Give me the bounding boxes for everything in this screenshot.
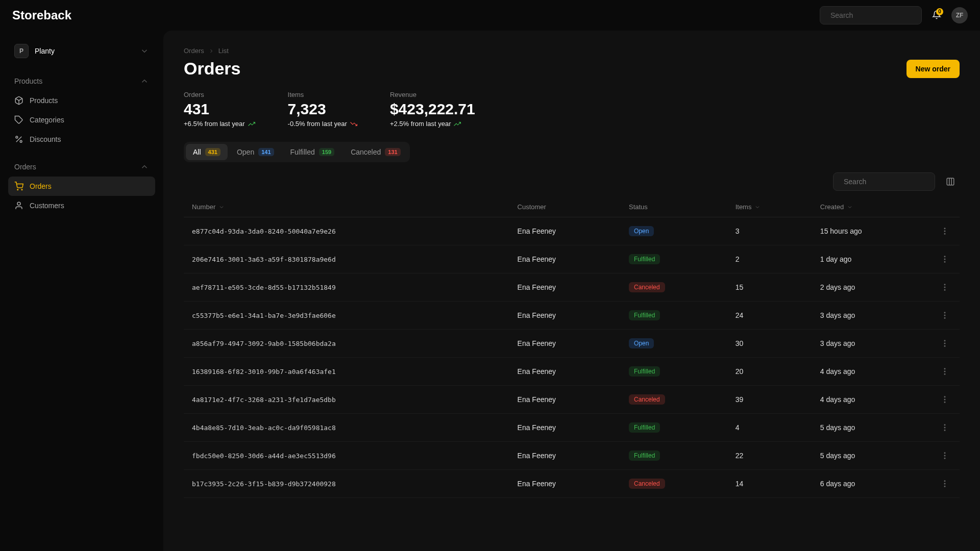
cell-status: Fulfilled [621, 245, 727, 273]
cell-created: 1 day ago [812, 245, 930, 273]
more-vertical-icon [940, 255, 949, 264]
tab-open[interactable]: Open141 [230, 144, 281, 160]
table-row[interactable]: 206e7416-3001-3a63-a59f-8301878a9e6dEna … [184, 245, 960, 273]
tab-fulfilled[interactable]: Fulfilled159 [283, 144, 342, 160]
svg-point-20 [944, 262, 945, 263]
nav-header-products[interactable]: Products [8, 71, 155, 91]
new-order-button[interactable]: New order [906, 60, 960, 78]
col-created[interactable]: Created [812, 197, 930, 217]
table-row[interactable]: 4a8171e2-4f7c-3268-a231-3fe1d7ae5dbbEna … [184, 386, 960, 414]
table-row[interactable]: b17c3935-2c26-3f15-b839-d9b372400928Ena … [184, 470, 960, 498]
row-menu-button[interactable] [938, 365, 951, 378]
breadcrumb: Orders List [184, 47, 960, 55]
col-label: Customer [518, 203, 546, 211]
nav-header-orders[interactable]: Orders [8, 157, 155, 177]
chevron-right-icon [208, 48, 214, 54]
table-row[interactable]: aef78711-e505-3cde-8d55-b17132b51849Ena … [184, 273, 960, 302]
more-vertical-icon [940, 479, 949, 488]
svg-point-41 [944, 458, 945, 459]
nav-group-products: Products Products Categories [8, 71, 155, 149]
stat-revenue: Revenue $423,222.71 +2.5% from last year [390, 91, 475, 128]
tab-count: 131 [385, 148, 400, 156]
row-menu-button[interactable] [938, 281, 951, 294]
row-menu-button[interactable] [938, 224, 951, 238]
table-row[interactable]: e877c04d-93da-3da0-8240-50040a7e9e26Ena … [184, 217, 960, 245]
table-toolbar [184, 172, 960, 191]
table-row[interactable]: fbdc50e0-8250-30d6-a44d-ae3ec5513d96Ena … [184, 442, 960, 470]
stat-change: -0.5% from last year [288, 120, 357, 128]
col-customer[interactable]: Customer [509, 197, 621, 217]
cell-items: 2 [727, 245, 812, 273]
global-search[interactable] [820, 6, 922, 24]
col-number[interactable]: Number [184, 197, 509, 217]
sidebar-item-discounts[interactable]: Discounts [8, 130, 155, 149]
row-menu-button[interactable] [938, 309, 951, 322]
percent-icon [14, 135, 23, 144]
table-search[interactable] [833, 172, 935, 191]
tab-canceled[interactable]: Canceled131 [344, 144, 408, 160]
svg-point-42 [944, 481, 945, 482]
sidebar-item-label: Orders [30, 182, 52, 190]
cell-customer: Ena Feeney [509, 302, 621, 330]
workspace-switcher[interactable]: P Planty [8, 39, 155, 63]
more-vertical-icon [940, 311, 949, 320]
sort-icon [218, 204, 225, 210]
more-vertical-icon [940, 339, 949, 348]
svg-point-38 [944, 430, 945, 431]
cell-items: 20 [727, 358, 812, 386]
col-status[interactable]: Status [621, 197, 727, 217]
row-menu-button[interactable] [938, 449, 951, 462]
stat-change-text: +2.5% from last year [390, 120, 451, 128]
cell-created: 5 days ago [812, 442, 930, 470]
notifications-button[interactable]: 0 [932, 10, 941, 21]
col-label: Created [820, 203, 844, 211]
breadcrumb-item[interactable]: Orders [184, 47, 204, 55]
stat-label: Items [288, 91, 357, 98]
cell-customer: Ena Feeney [509, 386, 621, 414]
cell-items: 39 [727, 386, 812, 414]
svg-point-5 [16, 136, 18, 138]
row-menu-button[interactable] [938, 477, 951, 490]
table-row[interactable]: c55377b5-e6e1-34a1-ba7e-3e9d3fae606eEna … [184, 302, 960, 330]
workspace-name: Planty [35, 47, 134, 55]
row-menu-button[interactable] [938, 393, 951, 406]
svg-line-4 [16, 137, 22, 142]
stat-value: 7,323 [288, 101, 357, 118]
user-avatar[interactable]: ZF [951, 7, 968, 23]
svg-point-30 [944, 368, 945, 369]
notifications-count: 0 [936, 8, 943, 15]
svg-point-7 [17, 189, 18, 190]
table-row[interactable]: 16389168-6f82-3010-99b7-a0a6f463afe1Ena … [184, 358, 960, 386]
global-search-input[interactable] [830, 11, 920, 19]
row-menu-button[interactable] [938, 253, 951, 266]
cell-items: 24 [727, 302, 812, 330]
col-items[interactable]: Items [727, 197, 812, 217]
topbar: Storeback 0 ZF [0, 0, 980, 31]
row-menu-button[interactable] [938, 337, 951, 350]
svg-point-36 [944, 424, 945, 425]
col-label: Number [192, 203, 215, 211]
sidebar-item-products[interactable]: Products [8, 91, 155, 110]
table-row[interactable]: 4b4a8e85-7d10-3eab-ac0c-da9f05981ac8Ena … [184, 414, 960, 442]
sidebar-item-orders[interactable]: Orders [8, 177, 155, 196]
tab-label: Open [237, 148, 254, 156]
table-search-input[interactable] [844, 178, 933, 186]
svg-point-32 [944, 374, 945, 375]
sidebar-item-label: Customers [30, 202, 64, 210]
col-label: Items [736, 203, 752, 211]
tab-label: All [193, 148, 201, 156]
columns-button[interactable] [941, 172, 960, 191]
cell-items: 14 [727, 470, 812, 498]
more-vertical-icon [940, 423, 949, 432]
row-menu-button[interactable] [938, 421, 951, 434]
tab-all[interactable]: All431 [186, 144, 228, 160]
table-row[interactable]: a856af79-4947-3092-9ab0-1585b06bda2aEna … [184, 330, 960, 358]
sidebar-item-categories[interactable]: Categories [8, 110, 155, 130]
sidebar-item-customers[interactable]: Customers [8, 196, 155, 215]
stat-label: Orders [184, 91, 255, 98]
chevron-up-icon [140, 162, 149, 171]
chevron-down-icon [140, 46, 149, 56]
cell-created: 3 days ago [812, 330, 930, 358]
svg-point-22 [944, 287, 945, 288]
status-tabs: All431Open141Fulfilled159Canceled131 [184, 142, 410, 162]
